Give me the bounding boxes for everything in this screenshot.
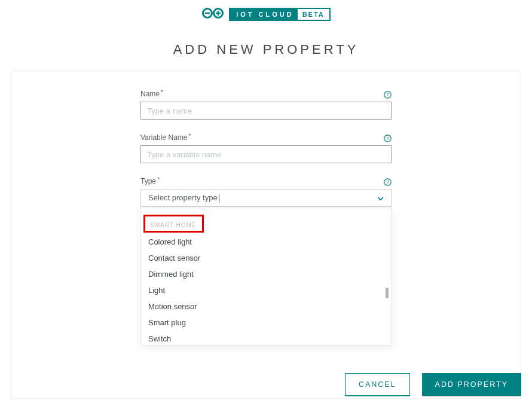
type-option[interactable]: Dimmed light (141, 266, 391, 282)
svg-text:?: ? (386, 92, 389, 97)
type-option[interactable]: Smart plug (141, 315, 391, 331)
variable-name-label: Variable Name (140, 133, 187, 142)
help-icon[interactable]: ? (383, 90, 392, 99)
type-option[interactable]: Colored light (141, 234, 391, 250)
type-option[interactable]: Switch (141, 331, 391, 346)
help-icon[interactable]: ? (383, 134, 392, 142)
form-panel: Name* ? Variable Name* ? (11, 71, 521, 399)
type-label: Type (140, 177, 156, 185)
type-dropdown: SMART HOME Colored light Contact sensor … (140, 207, 392, 346)
logo-beta-label: BETA (298, 9, 329, 20)
svg-text:?: ? (386, 136, 389, 141)
logo-iot-label: IOT CLOUD (230, 9, 298, 20)
required-mark: * (188, 133, 191, 139)
type-option[interactable]: Contact sensor (141, 250, 391, 266)
name-input[interactable] (140, 102, 392, 120)
dropdown-group-header: SMART HOME (150, 222, 196, 228)
chevron-down-icon (377, 193, 384, 203)
required-mark: * (161, 89, 163, 96)
type-select[interactable]: Select property type (140, 189, 392, 207)
add-property-button[interactable]: ADD PROPERTY (422, 373, 521, 396)
button-row: CANCEL ADD PROPERTY (345, 373, 521, 396)
type-select-placeholder: Select property type (148, 193, 219, 203)
arduino-logo-icon (201, 7, 224, 22)
field-name: Name* ? (140, 88, 392, 120)
cancel-button[interactable]: CANCEL (345, 373, 410, 396)
type-option[interactable]: Motion sensor (141, 298, 391, 315)
logo-text: IOT CLOUD BETA (229, 8, 331, 21)
property-form: Name* ? Variable Name* ? (140, 88, 392, 207)
field-variable-name: Variable Name* ? (140, 132, 392, 163)
svg-text:?: ? (386, 179, 389, 185)
logo-bar: IOT CLOUD BETA (0, 0, 532, 25)
name-label: Name (140, 90, 160, 98)
highlight-annotation: SMART HOME (143, 215, 204, 233)
required-mark: * (157, 176, 160, 183)
help-icon[interactable]: ? (383, 178, 392, 186)
page-title: ADD NEW PROPERTY (0, 42, 532, 57)
variable-name-input[interactable] (140, 145, 392, 163)
field-type: Type* ? Select property type SMART HOME … (140, 175, 392, 207)
type-option[interactable]: Light (141, 282, 391, 298)
scrollbar-thumb[interactable] (386, 288, 389, 298)
